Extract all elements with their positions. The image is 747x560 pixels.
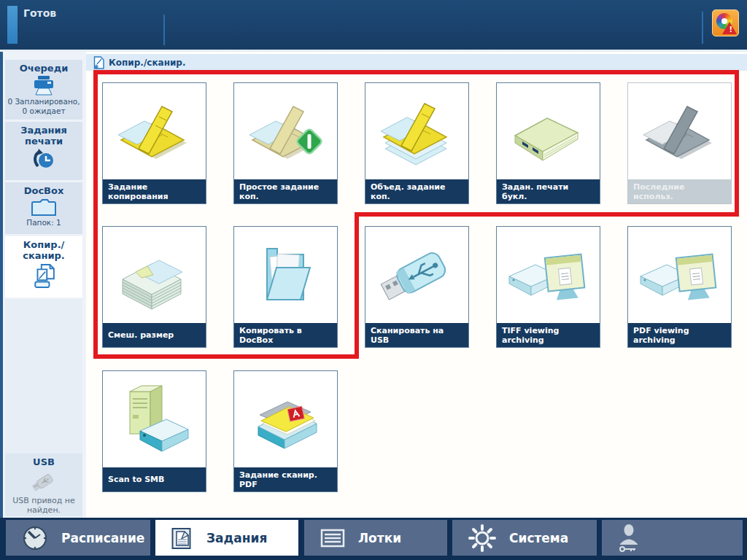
tab-label: Лотки [358,531,401,545]
tile-label: PDF viewing archiving [628,323,731,347]
tile-label: Scan to SMB [103,467,206,491]
status-accent-bar [7,6,18,44]
clock-icon [22,525,48,551]
tile-copy-job[interactable]: Задание копирования [102,82,206,204]
toner-warning-icon[interactable]: ! [712,9,739,36]
sidebar-item-print-jobs[interactable]: Задания печати [5,122,82,180]
tile-label: TIFF viewing archiving [497,323,600,347]
topbar-divider [163,15,165,45]
sidebar-item-queues[interactable]: Очереди 0 Запланировано, 0 ожидает [5,60,82,120]
scan-to-monitor-icon [628,227,731,323]
tile-label: Смеш. размер [103,323,206,347]
scan-to-monitor-icon [497,227,600,323]
user-login-icon [618,524,643,553]
device-status: Готов [23,7,56,19]
tile-copy-to-docbox[interactable]: Копировать в DocBox [233,226,338,348]
history-clock-icon [32,149,55,171]
tab-label: Система [509,531,568,545]
tile-mixed-size[interactable]: Смеш. размер [102,226,206,348]
sidebar-edge-strip [0,52,3,518]
booklet-print-icon [497,83,600,179]
sidebar: Очереди 0 Запланировано, 0 ожидает Задан… [0,52,86,518]
tile-label: Задан. печати букл. [497,179,600,203]
content-header: Копир./сканир. [86,54,747,71]
trays-icon [320,529,345,548]
tile-label: Задание сканир. PDF [234,467,337,491]
mixed-size-icon [103,227,206,323]
tile-label: Сканировать на USB [365,323,468,347]
usb-status: USB привод не найден. [5,495,82,516]
tile-label: Последние использ. [628,179,731,203]
tile-row-2: Смеш. размер Копировать в DocBox [102,226,732,348]
breadcrumb: Копир./сканир. [109,58,186,68]
device-screen: Готов ! Очереди 0 Запланировано, 0 ожида… [0,0,747,560]
tile-label: Задание копирования [103,179,206,203]
gear-icon [468,524,496,552]
tile-scan-to-smb[interactable]: Scan to SMB [102,370,206,492]
scan-to-server-icon [103,371,206,467]
tile-label: Простое задание коп. [234,179,337,203]
usb-drive-icon [29,470,58,494]
jobs-document-icon [171,526,193,550]
scan-to-usb-icon [365,227,468,323]
tab-label: Задания [206,531,267,545]
simple-copy-job-icon [234,83,337,179]
printer-icon [33,76,55,96]
copy-to-docbox-icon [234,227,337,323]
copy-scan-icon [32,263,55,289]
topbar-divider [702,12,703,44]
folder-icon [31,198,57,217]
tab-system[interactable]: Система [452,520,597,556]
top-status-bar: Готов ! [0,0,747,52]
tile-row-1: Задание копирования Простое задание коп. [102,82,732,204]
tab-trays[interactable]: Лотки [304,520,447,556]
scan-pdf-icon [234,371,337,467]
tile-scan-to-usb[interactable]: Сканировать на USB [365,226,469,348]
tab-schedule[interactable]: Расписание [6,520,150,556]
copy-job-icon [103,83,206,179]
recent-jobs-icon [628,83,731,179]
tab-label: Расписание [61,531,144,545]
queue-status: 0 Запланировано, 0 ожидает [5,96,82,117]
tab-login[interactable] [602,520,743,556]
tile-scan-job-pdf[interactable]: Задание сканир. PDF [233,370,338,492]
tile-row-3: Scan to SMB Задание сканир. PDF [102,370,338,492]
sidebar-item-docbox[interactable]: DocBox Папок: 1 [5,182,82,234]
tile-label: Объед. задание коп. [365,179,468,203]
tile-booklet-print-job[interactable]: Задан. печати букл. [496,82,600,204]
sidebar-item-copy-scan[interactable]: Копир./сканир. [5,236,82,298]
bottom-tab-bar: Расписание Задания Лотки [0,518,747,560]
tile-tiff-viewing[interactable]: TIFF viewing archiving [496,226,600,348]
tab-jobs[interactable]: Задания [155,520,298,556]
tile-pdf-viewing[interactable]: PDF viewing archiving [627,226,732,348]
copy-scan-small-icon [93,56,104,69]
combine-copy-icon [365,83,468,179]
docbox-status: Папок: 1 [5,217,82,228]
tile-combine-copy-job[interactable]: Объед. задание коп. [365,82,469,204]
tile-recent-jobs: Последние использ. [627,82,732,204]
tile-simple-copy-job[interactable]: Простое задание коп. [233,82,338,204]
sidebar-item-usb: USB USB привод не найден. [5,454,82,516]
tile-label: Копировать в DocBox [234,323,337,347]
